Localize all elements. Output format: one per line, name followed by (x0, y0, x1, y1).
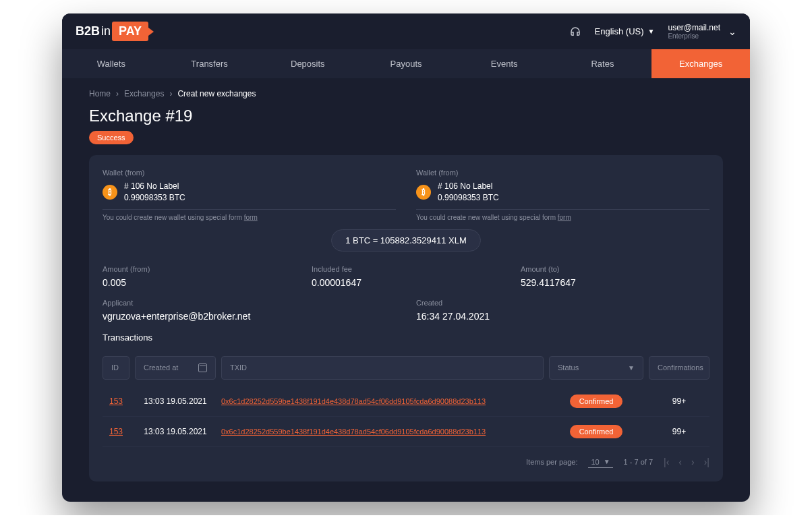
filter-confirmations[interactable]: Confirmations (649, 356, 709, 380)
logo[interactable]: B2BinPAY (76, 22, 148, 41)
nav-item-rates[interactable]: Rates (554, 49, 652, 78)
wallet-to-box[interactable]: ₿ # 106 No Label 0.99098353 BTC (416, 181, 709, 210)
tx-id-link[interactable]: 153 (103, 427, 129, 436)
items-per-page-select[interactable]: 10 ▼ (588, 457, 612, 468)
tx-confirmations: 99+ (649, 397, 709, 406)
filter-txid[interactable]: TXID (221, 356, 544, 380)
wallet-to-label: Wallet (from) (416, 169, 709, 177)
chevron-down-icon: ▼ (604, 458, 610, 465)
applicant-value: vgruzova+enterprise@b2broker.net (103, 311, 396, 322)
tx-created: 13:03 19.05.2021 (135, 397, 216, 406)
table-row: 15313:03 19.05.20210x6c1d28252d559be1438… (103, 417, 709, 447)
wallet-from-box[interactable]: ₿ # 106 No Label 0.99098353 BTC (103, 181, 396, 210)
bitcoin-icon: ₿ (416, 185, 431, 200)
amounts-row: Amount (from) 0.005 Included fee 0.00001… (103, 265, 709, 288)
table-filters: ID Created at TXID Status ▼ Confirmation… (103, 349, 709, 386)
wallets-row: Wallet (from) ₿ # 106 No Label 0.9909835… (103, 169, 709, 221)
wallet-to: Wallet (from) ₿ # 106 No Label 0.9909835… (416, 169, 709, 221)
app-window: B2BinPAY English (US) ▼ user@mail.net En… (62, 13, 750, 502)
next-page-button[interactable]: › (691, 457, 695, 467)
topbar-right: English (US) ▼ user@mail.net Enterprise … (569, 23, 736, 40)
exchange-card: Wallet (from) ₿ # 106 No Label 0.9909835… (89, 155, 723, 481)
created-value: 16:34 27.04.2021 (416, 311, 709, 322)
exchange-rate: 1 BTC = 105882.3529411 XLM (331, 229, 481, 252)
breadcrumb-home[interactable]: Home (89, 89, 111, 98)
pagination: Items per page: 10 ▼ 1 - 7 of 7 |‹ ‹ › ›… (103, 447, 709, 468)
status-badge: Success (89, 131, 134, 144)
wallet-from-balance: 0.99098353 BTC (124, 192, 185, 204)
transactions-table-wrap[interactable]: ID Created at TXID Status ▼ Confirmation… (103, 349, 709, 447)
chevron-down-icon: ▼ (648, 28, 655, 35)
logo-pay: PAY (112, 22, 148, 41)
wallet-to-balance: 0.99098353 BTC (438, 192, 499, 204)
amount-from-value: 0.005 (103, 277, 291, 288)
create-wallet-link[interactable]: form (244, 214, 258, 221)
wallet-to-name: # 106 No Label (438, 181, 499, 192)
breadcrumb-exchanges[interactable]: Exchanges (124, 89, 164, 98)
nav-item-payouts[interactable]: Payouts (357, 49, 455, 78)
breadcrumb-current: Creat new exchanges (177, 89, 256, 98)
content: Home › Exchanges › Creat new exchanges E… (62, 78, 750, 502)
created-label: Created (416, 299, 709, 307)
language-selector[interactable]: English (US) ▼ (595, 26, 655, 36)
amount-to-label: Amount (to) (521, 265, 709, 273)
nav-item-events[interactable]: Events (455, 49, 554, 78)
page-nav: |‹ ‹ › ›| (664, 457, 709, 467)
tx-status: Confirmed (549, 394, 643, 408)
fee-label: Included fee (312, 265, 500, 273)
filter-status[interactable]: Status ▼ (549, 356, 643, 380)
items-per-page-label: Items per page: (526, 458, 577, 466)
fee-value: 0.00001647 (312, 277, 500, 288)
breadcrumb: Home › Exchanges › Creat new exchanges (89, 89, 723, 98)
tx-created: 13:03 19.05.2021 (135, 427, 216, 436)
tx-status: Confirmed (549, 425, 643, 438)
user-info: user@mail.net Enterprise (668, 23, 720, 40)
headset-icon[interactable] (569, 26, 581, 38)
applicant-label: Applicant (103, 299, 396, 307)
nav-item-deposits[interactable]: Deposits (258, 49, 357, 78)
logo-b2b: B2B (76, 24, 100, 38)
user-type: Enterprise (668, 32, 720, 40)
wallet-from: Wallet (from) ₿ # 106 No Label 0.9909835… (103, 169, 396, 221)
prev-page-button[interactable]: ‹ (678, 457, 682, 467)
logo-in: in (101, 24, 111, 38)
meta-row: Applicant vgruzova+enterprise@b2broker.n… (103, 299, 709, 322)
pagination-range: 1 - 7 of 7 (624, 458, 653, 466)
user-menu[interactable]: user@mail.net Enterprise ⌄ (668, 23, 736, 40)
tx-id-link[interactable]: 153 (103, 397, 129, 406)
create-wallet-link[interactable]: form (558, 214, 571, 221)
chevron-down-icon: ⌄ (728, 26, 736, 37)
tx-confirmations: 99+ (649, 427, 709, 436)
nav-item-wallets[interactable]: Wallets (62, 49, 161, 78)
topbar: B2BinPAY English (US) ▼ user@mail.net En… (62, 13, 750, 49)
table-row: 15313:03 19.05.20210x6c1d28252d559be1438… (103, 386, 709, 417)
filter-id[interactable]: ID (103, 356, 129, 380)
chevron-right-icon: › (169, 89, 172, 98)
amount-from-label: Amount (from) (103, 265, 291, 273)
tx-txid-link[interactable]: 0x6c1d28252d559be1438f191d4e438d78ad54cf… (221, 397, 544, 405)
navbar: WalletsTransfersDepositsPayoutsEventsRat… (62, 49, 750, 78)
first-page-button[interactable]: |‹ (664, 457, 669, 467)
page-title: Exchange #19 (89, 107, 723, 125)
nav-item-exchanges[interactable]: Exchanges (651, 49, 750, 78)
tx-txid-link[interactable]: 0x6c1d28252d559be1438f191d4e438d78ad54cf… (221, 428, 544, 436)
wallet-to-hint: You could create new wallet using specia… (416, 214, 709, 221)
chevron-down-icon: ▼ (628, 364, 635, 372)
filter-created-at[interactable]: Created at (135, 356, 216, 380)
wallet-from-hint: You could create new wallet using specia… (103, 214, 396, 221)
nav-item-transfers[interactable]: Transfers (161, 49, 259, 78)
chevron-right-icon: › (116, 89, 119, 98)
amount-to-value: 529.4117647 (521, 277, 709, 288)
bitcoin-icon: ₿ (103, 185, 117, 200)
transactions-table: ID Created at TXID Status ▼ Confirmation… (103, 349, 709, 447)
language-label: English (US) (595, 26, 644, 36)
user-email: user@mail.net (668, 23, 720, 32)
last-page-button[interactable]: ›| (704, 457, 709, 467)
wallet-from-label: Wallet (from) (103, 169, 396, 177)
calendar-icon (198, 363, 207, 372)
transactions-title: Transactions (103, 332, 709, 343)
wallet-from-name: # 106 No Label (124, 181, 185, 192)
